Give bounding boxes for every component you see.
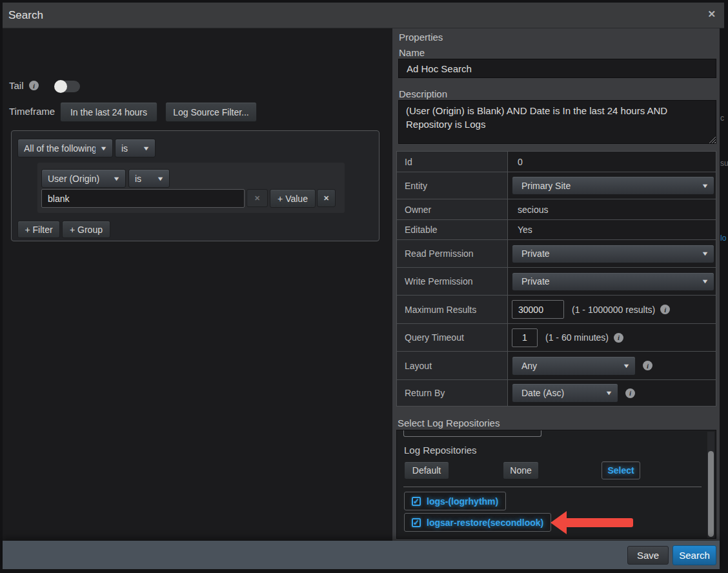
repository-item-label: logs-(logrhythm) [427, 496, 498, 507]
tail-info-icon[interactable]: i [29, 81, 39, 90]
entity-dropdown[interactable]: Primary Site ▼ [512, 176, 714, 195]
search-button[interactable]: Search [672, 545, 716, 565]
properties-table: Id 0 Entity Primary Site ▼ Owner secious… [396, 151, 716, 407]
timeframe-range-button[interactable]: In the last 24 hours [60, 102, 157, 122]
chevron-down-icon: ▼ [701, 278, 709, 285]
query-timeout-hint: (1 - 60 minutes) [538, 332, 609, 343]
edge-fragment: lo [720, 234, 726, 243]
table-row-write-permission: Write Permission Private ▼ [397, 267, 716, 295]
row-value: secious [508, 205, 548, 215]
edge-fragment: c [720, 114, 724, 123]
rule-value-input[interactable] [41, 189, 245, 208]
return-by-dropdown[interactable]: Date (Asc) ▼ [512, 383, 618, 403]
dialog-titlebar: Search ✕ [3, 3, 724, 28]
query-timeout-input[interactable] [512, 328, 538, 347]
group-operator-dropdown[interactable]: All of the following ▼ [17, 139, 113, 157]
return-by-value: Date (Asc) [518, 388, 601, 398]
close-icon[interactable]: ✕ [707, 8, 716, 20]
group-condition-dropdown[interactable]: is ▼ [115, 139, 156, 157]
add-value-button[interactable]: + Value [270, 189, 316, 208]
write-permission-value: Private [518, 276, 697, 286]
filter-rule: User (Origin) ▼ is ▼ ✕ + Value ✕ [37, 163, 345, 213]
rule-field-value: User (Origin) [48, 174, 108, 184]
repository-item-logsar-restore-secondlook[interactable]: ✓ logsar-restore(secondlook) [404, 513, 551, 532]
scrolled-box-edge [403, 430, 541, 437]
read-permission-dropdown[interactable]: Private ▼ [512, 245, 714, 263]
layout-info-icon[interactable]: i [643, 361, 652, 370]
write-permission-dropdown[interactable]: Private ▼ [512, 272, 714, 291]
properties-header: Properties [399, 32, 443, 43]
filter-group: All of the following ▼ is ▼ User (Origin… [11, 130, 379, 241]
log-source-filter-button[interactable]: Log Source Filter... [165, 102, 257, 122]
remove-rule-button[interactable]: ✕ [317, 189, 336, 207]
description-textarea[interactable]: (User (Origin) is Blank) AND Date is In … [398, 100, 716, 144]
repo-scrollbar[interactable] [707, 432, 714, 538]
timeframe-label: Timeframe [9, 106, 55, 117]
row-label: Id [397, 152, 508, 172]
dialog-title: Search [3, 9, 43, 22]
checkbox-checked-icon[interactable]: ✓ [412, 518, 421, 527]
chevron-down-icon: ▼ [99, 145, 107, 152]
red-arrow-tail [566, 518, 633, 527]
table-row-entity: Entity Primary Site ▼ [397, 172, 716, 199]
save-button[interactable]: Save [627, 546, 669, 565]
table-row-layout: Layout Any ▼ i [397, 351, 716, 379]
group-operator-value: All of the following [24, 143, 96, 154]
checkbox-checked-icon[interactable]: ✓ [412, 497, 421, 506]
log-repositories-label: Log Repositories [404, 445, 477, 456]
repo-scrollbar-thumb[interactable] [708, 451, 714, 537]
add-group-button[interactable]: + Group [62, 221, 110, 238]
dialog-footer: Save Search [3, 541, 720, 569]
return-by-info-icon[interactable]: i [625, 388, 635, 398]
description-label: Description [399, 88, 447, 99]
tail-label: Tail [9, 80, 24, 91]
chevron-down-icon: ▼ [156, 176, 164, 182]
row-value: Yes [508, 225, 532, 235]
table-row-id: Id 0 [397, 152, 716, 172]
clear-value-button[interactable]: ✕ [247, 189, 268, 207]
name-input[interactable] [398, 59, 716, 78]
none-button[interactable]: None [503, 461, 539, 479]
row-label: Owner [397, 199, 508, 219]
chevron-down-icon: ▼ [142, 145, 150, 152]
maximum-results-info-icon[interactable]: i [660, 305, 670, 314]
edge-fragment: su [720, 159, 728, 168]
chevron-down-icon: ▼ [112, 176, 120, 182]
log-repositories-panel: Log Repositories Default None Select ✓ l… [396, 430, 716, 539]
repository-item-logs-logrhythm[interactable]: ✓ logs-(logrhythm) [404, 492, 506, 510]
row-label: Read Permission [397, 240, 508, 267]
read-permission-value: Private [518, 248, 697, 259]
maximum-results-hint: (1 - 1000000 results) [564, 305, 655, 315]
search-dialog: Search ✕ Tail i Timeframe In the last 24… [0, 0, 728, 573]
table-row-editable: Editable Yes [397, 219, 716, 239]
repository-item-label: logsar-restore(secondlook) [427, 518, 543, 528]
chevron-down-icon: ▼ [622, 363, 630, 369]
rule-field-dropdown[interactable]: User (Origin) ▼ [41, 169, 126, 188]
layout-dropdown[interactable]: Any ▼ [512, 356, 636, 376]
row-label: Query Timeout [397, 324, 508, 351]
chevron-down-icon: ▼ [701, 183, 709, 189]
row-label: Return By [397, 380, 508, 406]
default-button[interactable]: Default [404, 461, 449, 479]
entity-value: Primary Site [518, 181, 697, 191]
select-log-repositories-label: Select Log Repositories [398, 417, 500, 428]
tail-toggle[interactable] [54, 80, 80, 93]
add-filter-button[interactable]: + Filter [17, 221, 60, 238]
select-button[interactable]: Select [602, 461, 640, 479]
query-builder-panel: Tail i Timeframe In the last 24 hours Lo… [3, 28, 392, 541]
select-button-label: Select [607, 465, 634, 476]
divider [403, 487, 702, 487]
row-label: Write Permission [397, 268, 508, 295]
name-label: Name [399, 47, 425, 58]
query-timeout-info-icon[interactable]: i [614, 333, 623, 343]
backdrop-strip: c su lo [720, 28, 728, 541]
table-row-owner: Owner secious [397, 199, 716, 219]
table-row-read-permission: Read Permission Private ▼ [397, 239, 716, 267]
rule-condition-value: is [135, 174, 152, 184]
maximum-results-input[interactable] [512, 300, 564, 319]
row-label: Maximum Results [397, 296, 508, 323]
layout-value: Any [518, 361, 618, 371]
group-condition-value: is [121, 143, 138, 154]
rule-condition-dropdown[interactable]: is ▼ [128, 169, 170, 188]
chevron-down-icon: ▼ [605, 390, 612, 396]
